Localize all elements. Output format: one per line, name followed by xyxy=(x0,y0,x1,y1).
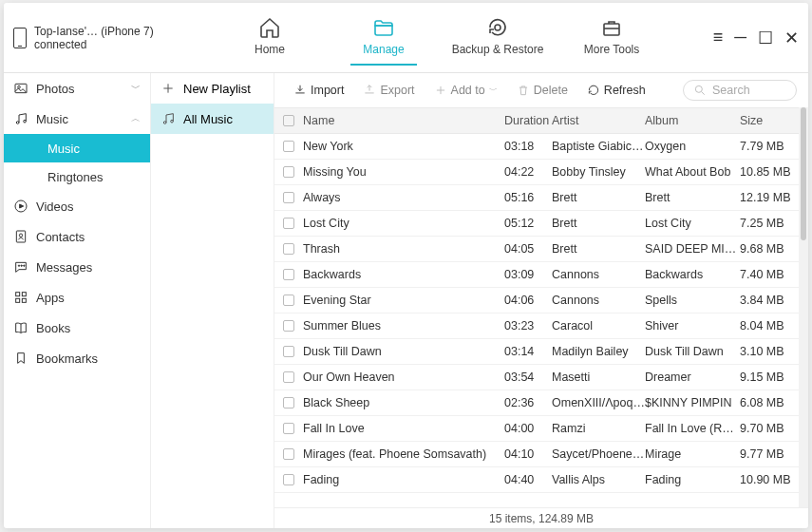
tracks-table: Name Duration Artist Album Size New York… xyxy=(274,107,799,507)
select-all-checkbox[interactable] xyxy=(283,115,294,126)
sidebar-item-books[interactable]: Books xyxy=(4,313,150,343)
sidebar-messages-label: Messages xyxy=(36,260,92,275)
sidebar-item-videos[interactable]: Videos xyxy=(4,191,150,221)
sidebar-item-apps[interactable]: Apps xyxy=(4,282,150,313)
addto-button[interactable]: Add to ﹀ xyxy=(426,84,505,97)
row-checkbox[interactable] xyxy=(283,474,294,485)
toolbar: Import Export Add to ﹀ Delete Refr xyxy=(274,73,808,107)
sidebar-playlists: New Playlist All Music xyxy=(151,73,274,528)
delete-button[interactable]: Delete xyxy=(509,84,576,97)
table-row[interactable]: Fading04:40Vallis AlpsFading10.90 MB xyxy=(274,467,799,493)
cell-album: $KINNY PIMPIN xyxy=(645,396,740,409)
table-row[interactable]: Missing You04:22Bobby TinsleyWhat About … xyxy=(274,160,799,185)
sidebar-apps-label: Apps xyxy=(36,291,65,305)
row-checkbox[interactable] xyxy=(283,243,294,255)
cell-duration: 03:18 xyxy=(504,140,552,153)
row-checkbox[interactable] xyxy=(283,294,294,306)
cell-duration: 03:09 xyxy=(504,268,552,281)
minimize-button[interactable]: ─ xyxy=(734,28,746,48)
sidebar-music-label: Music xyxy=(36,112,68,126)
close-button[interactable]: ✕ xyxy=(784,28,799,48)
row-checkbox[interactable] xyxy=(283,371,294,383)
cell-artist: Vallis Alps xyxy=(552,473,645,486)
sidebar-sub-music[interactable]: Music xyxy=(4,134,150,162)
table-row[interactable]: Fall In Love04:00RamziFall In Love (Radi… xyxy=(274,416,799,442)
row-checkbox[interactable] xyxy=(283,397,294,408)
scrollbar[interactable] xyxy=(799,107,808,507)
all-music-label: All Music xyxy=(183,112,233,126)
maximize-button[interactable]: ☐ xyxy=(758,28,773,48)
cell-duration: 05:16 xyxy=(504,191,552,204)
col-artist[interactable]: Artist xyxy=(552,114,645,127)
table-row[interactable]: Evening Star04:06CannonsSpells3.84 MB xyxy=(274,288,799,314)
col-size[interactable]: Size xyxy=(740,114,799,127)
cell-artist: Ramzi xyxy=(552,422,645,435)
nav-tools[interactable]: More Tools xyxy=(564,10,659,66)
export-button[interactable]: Export xyxy=(355,84,422,97)
row-checkbox[interactable] xyxy=(283,320,294,332)
table-row[interactable]: Thrash04:05BrettSAID DEEP MIXTAP…9.68 MB xyxy=(274,237,799,262)
import-button[interactable]: Import xyxy=(286,84,351,97)
row-checkbox[interactable] xyxy=(283,448,294,460)
cell-name: Fall In Love xyxy=(303,422,504,435)
search-input[interactable]: Search xyxy=(683,80,797,101)
phone-icon xyxy=(13,28,27,48)
row-checkbox[interactable] xyxy=(283,218,294,229)
svg-rect-1 xyxy=(604,24,619,35)
row-checkbox[interactable] xyxy=(283,141,294,152)
row-checkbox[interactable] xyxy=(283,166,294,178)
sidebar-item-music[interactable]: Music ︿ xyxy=(4,104,150,134)
all-music-item[interactable]: All Music xyxy=(151,104,274,134)
device-info[interactable]: Top-Ianse'… (iPhone 7) connected xyxy=(13,25,222,51)
sidebar-books-label: Books xyxy=(36,321,70,335)
chevron-down-icon: ﹀ xyxy=(131,82,141,95)
sidebar-photos-label: Photos xyxy=(36,82,74,96)
cell-artist: Bobby Tinsley xyxy=(552,165,645,179)
cell-album: Shiver xyxy=(645,319,740,332)
row-checkbox[interactable] xyxy=(283,423,294,434)
cell-size: 7.40 MB xyxy=(740,268,799,281)
cell-artist: Brett xyxy=(552,217,645,230)
cell-duration: 04:10 xyxy=(504,447,552,461)
row-checkbox[interactable] xyxy=(283,269,294,280)
cell-album: Spells xyxy=(645,294,740,307)
sidebar-item-contacts[interactable]: Contacts xyxy=(4,221,150,252)
chevron-up-icon: ︿ xyxy=(131,112,141,125)
table-row[interactable]: Dusk Till Dawn03:14Madilyn BaileyDusk Ti… xyxy=(274,339,799,365)
sidebar-sub-ringtones[interactable]: Ringtones xyxy=(4,162,150,191)
cell-size: 9.68 MB xyxy=(740,242,799,256)
table-row[interactable]: Our Own Heaven03:54MasettiDreamer9.15 MB xyxy=(274,365,799,390)
col-name[interactable]: Name xyxy=(303,114,504,127)
new-playlist-button[interactable]: New Playlist xyxy=(151,73,274,104)
refresh-button[interactable]: Refresh xyxy=(579,84,653,97)
svg-point-17 xyxy=(171,120,174,123)
cell-name: Summer Blues xyxy=(303,319,504,332)
table-body: New York03:18Baptiste GiabiconiOxygen7.7… xyxy=(274,134,799,507)
cell-name: New York xyxy=(303,140,504,153)
sidebar-item-messages[interactable]: Messages xyxy=(4,252,150,282)
nav-backup[interactable]: Backup & Restore xyxy=(450,10,545,66)
table-row[interactable]: Lost City05:12BrettLost City7.25 MB xyxy=(274,211,799,237)
sidebar-item-photos[interactable]: Photos ﹀ xyxy=(4,73,150,104)
svg-point-16 xyxy=(163,122,166,124)
col-album[interactable]: Album xyxy=(645,114,740,127)
menu-icon[interactable]: ≡ xyxy=(713,28,724,48)
sidebar-item-bookmarks[interactable]: Bookmarks xyxy=(4,343,150,373)
status-bar: 15 items, 124.89 MB xyxy=(274,507,808,528)
nav-manage[interactable]: Manage xyxy=(336,10,431,66)
cell-duration: 03:23 xyxy=(504,319,552,332)
cell-size: 7.79 MB xyxy=(740,140,799,153)
nav-home[interactable]: Home xyxy=(222,10,317,66)
col-duration[interactable]: Duration xyxy=(504,114,552,127)
row-checkbox[interactable] xyxy=(283,192,294,203)
cell-size: 12.19 MB xyxy=(740,191,799,204)
table-row[interactable]: New York03:18Baptiste GiabiconiOxygen7.7… xyxy=(274,134,799,160)
table-row[interactable]: Summer Blues03:23CaracolShiver8.04 MB xyxy=(274,314,799,339)
table-row[interactable]: Backwards03:09CannonsBackwards7.40 MB xyxy=(274,262,799,288)
table-row[interactable]: Black Sheep02:36OmenXIII/Λpoqou$KINNY PI… xyxy=(274,390,799,416)
scrollbar-thumb[interactable] xyxy=(801,107,806,240)
row-checkbox[interactable] xyxy=(283,346,294,357)
table-row[interactable]: Always05:16BrettBrett12.19 MB xyxy=(274,185,799,211)
svg-point-8 xyxy=(19,234,22,237)
table-row[interactable]: Mirages (feat. Phoene Somsavath)04:10Say… xyxy=(274,442,799,467)
